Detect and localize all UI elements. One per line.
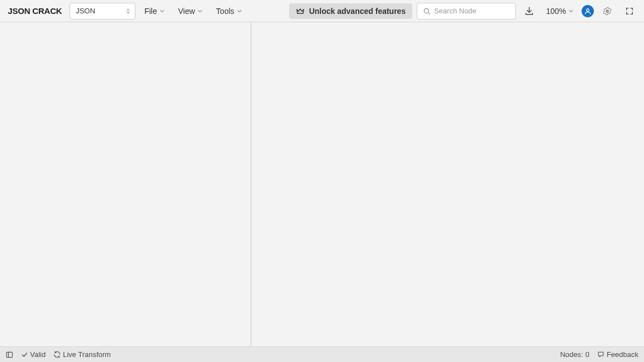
account-button[interactable]: [582, 5, 594, 17]
menu-tools-label: Tools: [216, 7, 235, 16]
svg-line-1: [428, 12, 430, 14]
chevron-down-icon: [568, 8, 574, 14]
settings-button[interactable]: [598, 2, 616, 20]
status-nodes-label: Nodes:: [560, 350, 583, 359]
menu-view[interactable]: View: [174, 3, 207, 19]
toggle-panel-button[interactable]: [6, 351, 13, 359]
download-icon: [524, 6, 534, 16]
menu-view-label: View: [178, 7, 195, 16]
select-arrows-icon: [126, 8, 130, 14]
maximize-icon: [625, 7, 634, 16]
feedback-button[interactable]: Feedback: [597, 350, 638, 359]
status-live-transform[interactable]: Live Transform: [53, 350, 111, 359]
fullscreen-button[interactable]: [621, 2, 638, 20]
toolbar: JSON CRACK JSON File View Tools: [0, 0, 644, 22]
menu-tools[interactable]: Tools: [212, 3, 247, 19]
format-select[interactable]: JSON: [70, 3, 135, 19]
feedback-label: Feedback: [607, 350, 638, 359]
chevron-down-icon: [197, 8, 203, 14]
panel-icon: [6, 351, 13, 359]
gear-icon: [602, 6, 612, 16]
account-icon: [584, 7, 592, 15]
download-button[interactable]: [520, 2, 538, 20]
menu-file[interactable]: File: [140, 3, 169, 19]
main-area: [0, 22, 644, 346]
svg-rect-3: [7, 352, 13, 357]
zoom-value: 100%: [546, 7, 566, 16]
status-nodes: Nodes: 0: [560, 350, 589, 359]
search-node-box[interactable]: [417, 3, 516, 19]
sync-icon: [53, 351, 61, 358]
chevron-down-icon: [237, 8, 242, 14]
chevron-down-icon: [159, 8, 165, 14]
status-valid[interactable]: Valid: [21, 350, 46, 359]
status-live-transform-label: Live Transform: [63, 350, 111, 359]
statusbar: Valid Live Transform Nodes: 0 Feedback: [0, 346, 644, 362]
graph-panel[interactable]: [251, 22, 644, 346]
unlock-features-button[interactable]: Unlock advanced features: [289, 3, 413, 19]
feedback-icon: [597, 351, 604, 358]
search-input[interactable]: [434, 7, 510, 15]
check-icon: [21, 351, 28, 358]
search-icon: [423, 7, 431, 15]
svg-point-2: [587, 8, 589, 11]
unlock-features-label: Unlock advanced features: [309, 7, 406, 16]
crown-icon: [296, 7, 305, 16]
zoom-control[interactable]: 100%: [543, 3, 577, 19]
logo[interactable]: JSON CRACK: [6, 6, 65, 16]
format-select-value: JSON: [76, 7, 95, 15]
status-valid-label: Valid: [30, 350, 46, 359]
menu-file-label: File: [144, 7, 157, 16]
editor-panel[interactable]: [0, 22, 251, 346]
status-nodes-count: 0: [586, 350, 589, 359]
